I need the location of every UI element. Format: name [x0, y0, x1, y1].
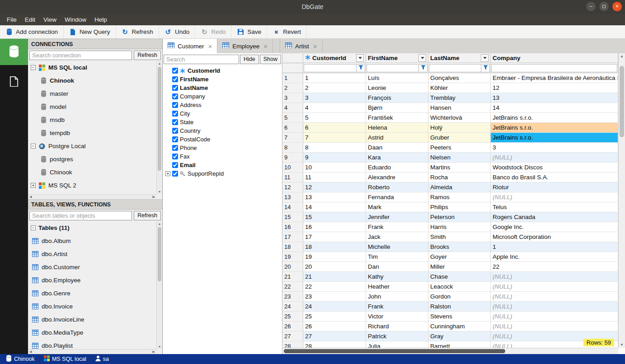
grid-cell[interactable]: Telus [491, 202, 618, 212]
row-number[interactable]: 3 [282, 93, 303, 103]
table-item-dbo-invoiceline[interactable]: dbo.InvoiceLine [28, 313, 156, 326]
column-checkbox-postalcode[interactable] [172, 136, 178, 142]
scroll-right-icon[interactable]: ▶ [153, 195, 155, 199]
table-item-dbo-employee[interactable]: dbo.Employee [28, 274, 156, 287]
grid-cell[interactable]: (NULL) [491, 272, 618, 281]
table-item-dbo-customer[interactable]: dbo.Customer [28, 261, 156, 274]
grid-cell[interactable]: Microsoft Corporation [491, 232, 618, 242]
grid-cell[interactable]: Leacock [428, 282, 491, 291]
row-number[interactable]: 8 [282, 143, 303, 152]
grid-cell[interactable]: Gray [428, 331, 491, 341]
tab-close-icon[interactable]: × [313, 42, 317, 50]
grid-cell[interactable]: Almeida [428, 182, 491, 192]
grid-cell[interactable]: (NULL) [491, 322, 618, 331]
toolbar-revert-button[interactable]: ×Revert [267, 25, 307, 38]
row-number[interactable]: 11 [282, 173, 303, 182]
tables-search-input[interactable] [29, 211, 132, 220]
grid-cell[interactable]: Helena [366, 123, 428, 132]
row-number[interactable]: 17 [282, 232, 303, 242]
grid-cell[interactable]: Miller [428, 262, 491, 271]
grid-cell[interactable]: 26 [303, 322, 366, 331]
grid-cell[interactable]: Eduardo [366, 163, 428, 172]
grid-cell[interactable]: Julia [366, 341, 428, 348]
grid-cell[interactable]: Rocha [428, 173, 491, 182]
row-number[interactable]: 5 [282, 113, 303, 122]
grid-cell[interactable]: JetBrains s.r.o. [491, 123, 618, 132]
grid-cell[interactable]: Luís [366, 73, 428, 83]
grid-cell[interactable]: (NULL) [491, 192, 618, 202]
grid-cell[interactable]: 28 [303, 341, 366, 348]
column-checkbox-email[interactable] [172, 162, 178, 168]
grid-cell[interactable]: 9 [303, 153, 366, 162]
grid-cell[interactable]: Astrid [366, 133, 428, 142]
grid-cell[interactable]: 24 [303, 302, 366, 311]
grid-cell[interactable]: Goyer [428, 252, 491, 261]
scrollbar-thumb[interactable] [620, 66, 624, 137]
table-item-dbo-artist[interactable]: dbo.Artist [28, 247, 156, 261]
tab-close-icon[interactable]: × [208, 42, 212, 50]
grid-cell[interactable]: Dan [366, 262, 428, 271]
column-item-postalcode[interactable]: PostalCode [163, 135, 282, 144]
grid-cell[interactable]: 27 [303, 331, 366, 341]
grid-cell[interactable]: (NULL) [491, 282, 618, 291]
column-checkbox-company[interactable] [172, 93, 178, 99]
column-item-address[interactable]: Address [163, 101, 282, 109]
grid-cell[interactable]: (NULL) [491, 292, 618, 301]
grid-cell[interactable]: Kathy [366, 272, 428, 281]
scroll-up-icon[interactable]: ▲ [158, 222, 161, 225]
grid-cell[interactable]: 6 [303, 123, 366, 132]
toolbar-refresh-button[interactable]: ↻Refresh [116, 25, 159, 38]
grid-cell[interactable]: Brooks [428, 242, 491, 252]
column-item-email[interactable]: Email [163, 161, 282, 169]
column-item-firstname[interactable]: FirstName [163, 75, 282, 84]
connection-item-ms-sql-local[interactable]: −MS SQL local [28, 61, 156, 74]
row-number[interactable]: 6 [282, 123, 303, 132]
grid-cell[interactable]: František [366, 113, 428, 122]
row-number[interactable]: 25 [282, 312, 303, 321]
filter-input-lastname[interactable] [429, 64, 481, 72]
table-item-dbo-album[interactable]: dbo.Album [28, 234, 156, 247]
grid-cell[interactable]: Peterson [428, 212, 491, 222]
grid-cell[interactable]: (NULL) [491, 153, 618, 162]
tab-close-icon[interactable]: × [263, 42, 268, 50]
row-number[interactable]: 18 [282, 242, 303, 252]
column-checkbox-supportrepid[interactable] [172, 171, 178, 177]
column-item-supportrepid[interactable]: +SupportRepId [163, 169, 282, 178]
grid-cell[interactable]: Gonçalves [428, 73, 491, 83]
column-item-city[interactable]: City [163, 109, 282, 118]
grid-cell[interactable]: (NULL) [491, 302, 618, 311]
column-checkbox-state[interactable] [172, 119, 178, 125]
connection-item-model[interactable]: model [28, 100, 156, 113]
grid-cell[interactable]: Jack [366, 232, 428, 242]
menu-file[interactable]: File [3, 15, 21, 24]
grid-cell[interactable]: Barnett [428, 341, 491, 348]
grid-cell[interactable]: Bjørn [366, 103, 428, 112]
filter-funnel-button[interactable] [419, 64, 428, 72]
statusbar-ms-sql-local[interactable]: MS SQL local [40, 355, 90, 363]
grid-cell[interactable]: Wichterlová [428, 113, 491, 122]
grid-cell[interactable]: (NULL) [491, 312, 618, 321]
connection-item-chinook[interactable]: Chinook [28, 166, 156, 179]
grid-cell[interactable]: 18 [303, 242, 366, 252]
connections-vertical-scrollbar[interactable]: ▲ ▼ [156, 61, 162, 194]
grid-cell[interactable]: Holý [428, 123, 491, 132]
sidebar-connections-icon[interactable] [0, 39, 28, 65]
connections-search-input[interactable] [29, 51, 132, 60]
grid-cell[interactable]: Fernanda [366, 192, 428, 202]
grid-cell[interactable]: 14 [303, 202, 366, 212]
row-number[interactable]: 12 [282, 182, 303, 192]
row-number[interactable]: 14 [282, 202, 303, 212]
grid-cell[interactable]: Frank [366, 302, 428, 311]
grid-cell[interactable]: 12 [491, 83, 618, 93]
connection-item-master[interactable]: master [28, 87, 156, 100]
scroll-left-icon[interactable]: ◀ [29, 195, 32, 199]
scrollbar-thumb[interactable] [284, 349, 505, 353]
row-number[interactable]: 1 [282, 73, 303, 83]
row-number[interactable]: 20 [282, 262, 303, 271]
connections-refresh-button[interactable]: Refresh [134, 51, 161, 60]
menu-help[interactable]: Help [90, 15, 111, 24]
row-number[interactable]: 16 [282, 222, 303, 232]
grid-cell[interactable]: 7 [303, 133, 366, 142]
grid-cell[interactable]: 1 [491, 242, 618, 252]
grid-cell[interactable]: 3 [303, 93, 366, 103]
